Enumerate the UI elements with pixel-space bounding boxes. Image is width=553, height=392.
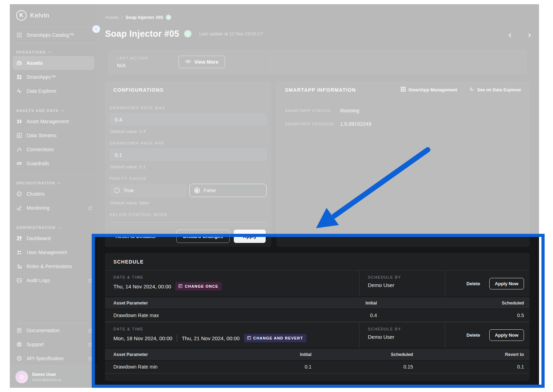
sidebar-item-dashboard[interactable]: Dashboard xyxy=(10,231,97,245)
see-on-data-explorer-label: See on Data Explorer xyxy=(477,88,521,92)
schedule-by-label: SCHEDULE BY xyxy=(368,327,445,331)
apply-now-button[interactable]: Apply Now xyxy=(489,329,524,341)
sidebar-item-guardrails[interactable]: Guardrails xyxy=(10,156,97,170)
schedule-by-value: Demo User xyxy=(368,282,445,288)
sidebar-item-support[interactable]: Support xyxy=(10,337,97,351)
see-on-data-explorer-link[interactable]: See on Data Explorer xyxy=(469,87,521,93)
breadcrumb-current: Soap Injector #05 xyxy=(126,15,163,20)
drawdown-rate-max-input[interactable] xyxy=(110,113,267,126)
support-icon xyxy=(16,341,22,348)
apply-now-button[interactable]: Apply Now xyxy=(489,278,524,289)
column-header: Revert to xyxy=(419,352,530,357)
configurations-title: CONFIGURATIONS xyxy=(113,87,163,93)
delete-button[interactable]: Delete xyxy=(467,332,480,338)
sidebar-item-label: Dashboard xyxy=(27,236,92,241)
asset-pager xyxy=(506,31,533,39)
breadcrumb: Assets / Soap Injector #05 xyxy=(105,15,171,20)
view-more-label: View More xyxy=(194,59,218,65)
sidebar-item-smartapps-catalog[interactable]: SmartApps Catalog™ xyxy=(10,27,97,43)
calendar-icon xyxy=(247,336,251,341)
sidebar-collapse-button[interactable] xyxy=(92,25,100,33)
drawdown-rate-min-input[interactable] xyxy=(110,148,267,161)
smartapp-status-value: Running xyxy=(340,108,359,113)
chevron-left-icon xyxy=(95,28,98,30)
sidebar-item-data-explorer[interactable]: Data Explorer xyxy=(10,84,97,98)
api-icon xyxy=(16,355,22,362)
sidebar-item-asset-management[interactable]: Asset Management xyxy=(10,114,97,128)
sidebar-item-roles-permissions[interactable]: Roles & Permissions xyxy=(10,259,97,273)
chevron-right-icon xyxy=(527,33,531,37)
sidebar-item-label: Connections xyxy=(27,147,92,152)
radio-option-false[interactable]: False xyxy=(189,184,267,197)
sidebar-item-label: Assets xyxy=(27,60,90,66)
discard-changes-button[interactable]: Discard Changes xyxy=(176,230,230,243)
sidebar-item-documentation[interactable]: Documentation xyxy=(10,323,97,337)
external-link-icon xyxy=(88,356,92,361)
breadcrumb-assets-link[interactable]: Assets xyxy=(105,15,119,20)
sidebar-section-assets-and-data[interactable]: ASSETS AND DATA xyxy=(10,107,97,114)
avatar: D xyxy=(15,371,28,383)
sidebar-item-audit-logs[interactable]: Audit Logs xyxy=(10,273,97,287)
grid-icon xyxy=(401,87,406,93)
previous-asset-button[interactable] xyxy=(506,31,515,39)
view-more-button[interactable]: View More xyxy=(178,56,225,68)
data-streams-icon xyxy=(16,132,22,139)
delete-button[interactable]: Delete xyxy=(467,281,480,286)
external-link-icon xyxy=(88,328,92,333)
radio-option-true[interactable]: True xyxy=(110,184,187,197)
sidebar-section-orchestration[interactable]: ORCHESTRATION xyxy=(10,179,97,187)
smartapp-management-link[interactable]: SmartApp Management xyxy=(401,87,457,93)
sidebar-item-api-specification[interactable]: API Specification xyxy=(10,351,97,365)
sidebar-item-monitoring[interactable]: Monitoring xyxy=(10,201,97,215)
schedule-datetime-cell: DATE & TIME Mon, 18 Nov 2024, 00:00 Thu,… xyxy=(105,322,359,348)
field-label: KELVIN CONTROL MODE xyxy=(110,212,267,217)
apply-button[interactable]: Apply xyxy=(234,230,266,243)
schedule-by-cell: SCHEDULE BY Demo User xyxy=(359,322,445,348)
field-label: DRAWDOWN RATE MIN xyxy=(110,141,267,145)
sidebar-item-data-streams[interactable]: Data Streams xyxy=(10,128,97,142)
next-asset-button[interactable] xyxy=(524,31,533,39)
sidebar: K Kelvin SmartApps Catalog™ OPERATIONS A… xyxy=(10,4,97,388)
brand-logo[interactable]: K Kelvin xyxy=(10,4,97,27)
sidebar-item-clusters[interactable]: Clusters xyxy=(10,187,97,201)
sidebar-section-administration[interactable]: ADMINISTRATION xyxy=(10,224,97,231)
last-action-panel: LAST ACTION N/A View More xyxy=(108,50,527,74)
chevron-down-icon xyxy=(58,225,61,228)
section-label: ASSETS AND DATA xyxy=(16,108,59,113)
configurations-card: CONFIGURATIONS DRAWDOWN RATE MAX Default… xyxy=(105,81,271,247)
smartapp-version-label: SMARTAPP VERSION: xyxy=(285,122,340,126)
schedule-header: SCHEDULE xyxy=(105,253,530,271)
sidebar-item-label: Monitoring xyxy=(27,205,84,211)
sidebar-item-label: SmartApps Catalog™ xyxy=(27,32,92,38)
radio-unselected-icon xyxy=(114,188,120,193)
schedule-by-label: SCHEDULE BY xyxy=(368,275,445,279)
field-helper: Default value: 0.1 xyxy=(110,164,267,169)
schedule-entry: DATE & TIME Mon, 18 Nov 2024, 00:00 Thu,… xyxy=(105,322,530,348)
guardrails-icon xyxy=(16,160,22,167)
sidebar-item-label: Asset Management xyxy=(27,119,92,124)
sidebar-footer: Documentation Support API Specification xyxy=(10,323,97,388)
reset-to-defaults-button[interactable]: Reset to Defaults xyxy=(115,233,155,239)
sidebar-item-smartapps[interactable]: SmartApps™ xyxy=(10,70,97,84)
sidebar-section-operations[interactable]: OPERATIONS xyxy=(10,48,97,56)
radio-label: True xyxy=(124,188,134,193)
chevron-down-icon xyxy=(48,50,51,53)
sidebar-item-connections[interactable]: Connections xyxy=(10,142,97,156)
external-link-icon xyxy=(88,278,92,283)
user-name: Demo User xyxy=(32,372,61,377)
sidebar-item-label: SmartApps™ xyxy=(27,74,92,80)
date-time-label: DATE & TIME xyxy=(113,327,359,331)
status-check-icon xyxy=(184,30,191,37)
sidebar-item-user-management[interactable]: User Management xyxy=(10,245,97,259)
smartapp-info-title: SMARTAPP INFORMATION xyxy=(285,87,356,93)
page-header: Soap Injector #05 Last update at 12 Nov … xyxy=(105,29,263,39)
section-label: ADMINISTRATION xyxy=(16,225,56,230)
sidebar-item-assets[interactable]: Assets xyxy=(13,56,94,70)
clusters-icon xyxy=(16,191,22,197)
users-icon xyxy=(16,249,22,255)
schedule-table-header: Asset Parameter Initial Scheduled Revert… xyxy=(105,348,530,360)
monitoring-icon xyxy=(16,205,22,211)
dashboard-icon xyxy=(16,235,22,241)
divider xyxy=(10,174,97,174)
user-menu[interactable]: D Demo User demo@kelvin.ai xyxy=(10,365,97,388)
